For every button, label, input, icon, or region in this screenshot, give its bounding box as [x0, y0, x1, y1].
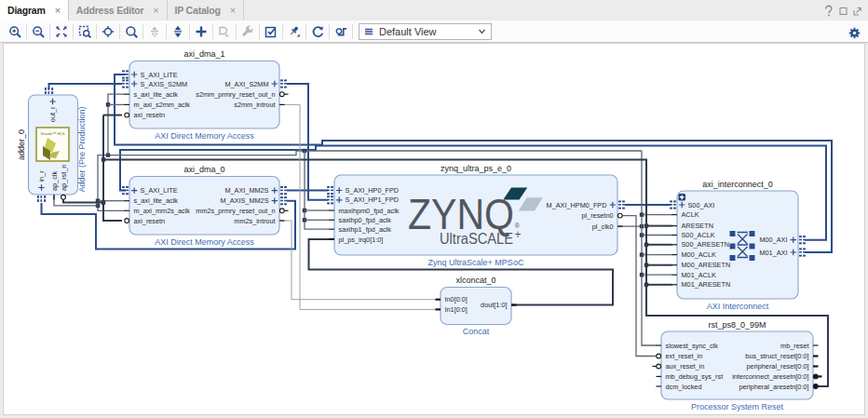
port-label: M01_AXI	[759, 249, 787, 257]
vivado-hls-logo: Vivado™ HLS	[36, 128, 69, 161]
port-label: pl_resetn0	[581, 211, 613, 220]
float-icon[interactable]	[853, 5, 861, 17]
block-type-label: Processor System Reset	[691, 402, 784, 411]
help-icon[interactable]	[824, 5, 834, 17]
toolbar-autofit-selection-icon[interactable]	[97, 22, 119, 41]
interface-port-icon	[37, 196, 46, 202]
toolbar-optimize-routing-icon[interactable]	[330, 22, 352, 41]
toolbar-zoom-to-selection-icon[interactable]	[74, 22, 96, 41]
block-adder_0[interactable]: adder_0Adder (Pre Production)out_rin_rap…	[17, 88, 87, 202]
port-label: s2mm_introut	[234, 101, 275, 109]
toolbar-zoom-fit-icon[interactable]	[50, 22, 73, 41]
tab-ip-catalog-close-icon[interactable]: ×	[230, 5, 236, 16]
net-adder_out_r_to_dma1_s_axis_s2mm[interactable]	[49, 84, 123, 89]
block-type-label: AXI Direct Memory Access	[155, 131, 254, 141]
block-axi_interconnect_0[interactable]: axi_interconnect_0AXI InterconnectS00_AX…	[670, 180, 806, 311]
port-label: ACLK	[682, 210, 699, 219]
active-low-bubble	[813, 384, 818, 389]
toolbar-zoom-out-icon[interactable]	[27, 22, 49, 41]
tab-ip-catalog[interactable]: IP Catalog ×	[168, 0, 244, 20]
interface-port-icon	[327, 186, 333, 195]
tab-diagram[interactable]: Diagram ×	[0, 0, 69, 20]
svg-text:+: +	[515, 228, 522, 241]
block-title: rst_ps8_0_99M	[708, 320, 766, 330]
toolbar-run-block-automation-icon[interactable]	[213, 22, 236, 41]
interface-port-icon	[280, 196, 287, 205]
port-label: out_r	[48, 106, 57, 122]
toolbar-search-icon[interactable]	[120, 22, 142, 41]
view-selector[interactable]: Default View	[359, 23, 492, 40]
block-config-badge	[679, 194, 686, 201]
block-rst_ps8_0_99M[interactable]: rst_ps8_0_99MProcessor System Resetslowe…	[653, 320, 822, 411]
port-label: pl_clk0	[592, 222, 614, 231]
port-label: saxihp1_fpd_aclk	[339, 225, 392, 234]
toolbar-zoom-in-icon[interactable]	[4, 22, 26, 41]
active-low-bubble	[125, 219, 129, 223]
maximize-icon[interactable]	[839, 5, 848, 17]
port-label: bus_struct_reset[0:0]	[745, 352, 808, 360]
toolbar-validate-design-icon[interactable]	[260, 22, 282, 41]
port-label: interconnect_aresetn[0:0]	[732, 372, 808, 381]
interface-port-icon	[280, 186, 287, 195]
block-xlconcat_0[interactable]: xlconcat_0ConcatIn0[0:0]In1[0:0]dout[1:0…	[436, 276, 517, 336]
block-type-label: Adder (Pre Production)	[77, 106, 87, 192]
port-label: ext_reset_in	[666, 352, 703, 360]
toolbar-customize-block-icon[interactable]	[237, 22, 259, 41]
block-title: axi_dma_1	[183, 49, 224, 59]
port-label: M_AXI_MM2S	[224, 186, 268, 195]
vivado-diagram-window: { "tabs": [ {"label": "Diagram", "active…	[0, 0, 868, 418]
toolbar-add-ip-icon[interactable]	[190, 22, 212, 41]
toolbar-collapse-hierarchy-icon[interactable]	[143, 22, 166, 41]
interface-port-icon	[280, 79, 287, 88]
settings-gear-icon[interactable]	[848, 27, 861, 39]
port-label: S00_ARESETN	[682, 240, 730, 249]
active-low-bubble	[279, 209, 284, 213]
diagram-canvas[interactable]: adder_0Adder (Pre Production)out_rin_rap…	[3, 43, 865, 415]
active-low-bubble	[657, 364, 661, 369]
tab-diagram-close-icon[interactable]: ×	[55, 5, 61, 16]
port-label: S_AXIS_S2MM	[141, 80, 188, 88]
block-axi_dma_0[interactable]: axi_dma_0AXI Direct Memory AccessS_AXI_L…	[122, 165, 288, 247]
tab-address-editor[interactable]: Address Editor ×	[69, 0, 168, 20]
port-label: In1[0:0]	[445, 305, 468, 314]
view-selector-icon	[364, 27, 373, 36]
interface-port-icon	[670, 200, 676, 209]
block-type-label: Concat	[463, 327, 490, 336]
diagram-toolbar: Default View	[0, 20, 868, 43]
port-label: S_AXI_HP1_FPD	[346, 196, 400, 204]
active-low-bubble	[657, 354, 661, 358]
toolbar-expand-hierarchy-icon[interactable]	[167, 22, 189, 41]
active-low-bubble	[813, 374, 818, 379]
port-label: mm2s_introut	[234, 217, 275, 225]
port-label: mb_debug_sys_rst	[666, 372, 724, 381]
net-clk_dma1_branch[interactable]	[108, 94, 125, 155]
net-clk_adder_tap[interactable]	[54, 196, 98, 206]
block-axi_dma_1[interactable]: axi_dma_1AXI Direct Memory AccessS_AXI_L…	[122, 49, 288, 141]
block-title: axi_interconnect_0	[702, 180, 773, 189]
interface-port-icon	[45, 88, 53, 94]
port-label: m_axi_s2mm_aclk	[134, 101, 191, 109]
interface-port-icon	[327, 196, 333, 204]
port-label: S00_ACLK	[682, 231, 715, 239]
port-label: s_axi_lite_aclk	[134, 90, 179, 99]
block-title: xlconcat_0	[455, 276, 495, 285]
net-pl_resetn0_to_ext_reset_in[interactable]	[621, 216, 658, 357]
port-label: M01_ACLK	[682, 271, 716, 279]
toolbar-regenerate-layout-icon[interactable]	[306, 22, 329, 41]
active-low-bubble	[279, 92, 284, 97]
port-label: mb_reset	[780, 342, 808, 350]
interface-port-icon	[618, 200, 625, 209]
chevron-down-icon	[478, 27, 486, 35]
toolbar-separator	[352, 24, 353, 39]
tab-address-editor-close-icon[interactable]: ×	[153, 5, 158, 16]
interface-port-icon	[799, 248, 806, 256]
port-label: M_AXI_S2MM	[224, 80, 268, 88]
port-label: ap_clk	[50, 171, 59, 191]
block-zynq_ultra_ps_e_0[interactable]: zynq_ultra_ps_e_0Zynq UltraScale+ MPSoCS…	[327, 164, 625, 267]
port-label: M00_ACLK	[682, 250, 716, 259]
port-label: m_axi_mm2s_aclk	[134, 207, 191, 215]
block-type-label: AXI Interconnect	[707, 302, 769, 311]
toolbar-pin-icon[interactable]	[283, 22, 305, 41]
port-label: s_axi_lite_aclk	[134, 196, 179, 205]
block-type-label: AXI Direct Memory Access	[155, 237, 254, 247]
